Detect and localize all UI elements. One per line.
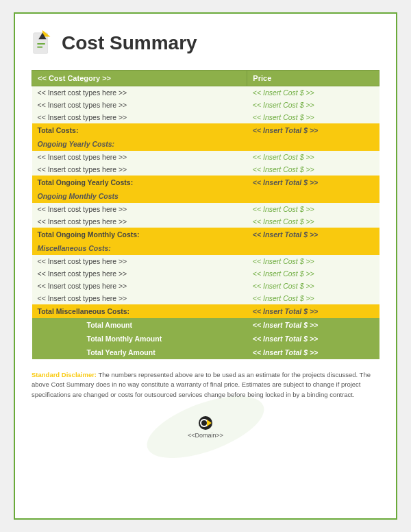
cost-price-cell: << Insert Cost $ >> xyxy=(247,99,379,111)
page-title: Cost Summary xyxy=(62,32,197,54)
grand-total-row: Total Yearly Amount<< Insert Total $ >> xyxy=(32,346,379,359)
total-price: << Insert Total $ >> xyxy=(247,176,379,189)
svg-point-7 xyxy=(201,420,207,426)
cost-price-cell: << Insert Cost $ >> xyxy=(247,111,379,123)
cost-price-cell: << Insert Cost $ >> xyxy=(247,215,379,228)
grand-total-row: Total Monthly Amount<< Insert Total $ >> xyxy=(32,332,379,346)
total-label: Total Ongoing Monthly Costs: xyxy=(32,228,247,241)
section-header-label: Ongoing Yearly Costs: xyxy=(32,137,379,151)
cost-price-cell: << Insert Cost $ >> xyxy=(247,255,379,267)
total-price: << Insert Total $ >> xyxy=(247,304,379,318)
grand-total-label: Total Yearly Amount xyxy=(32,346,247,359)
cost-type-cell: << Insert cost types here >> xyxy=(32,99,247,111)
cost-type-cell: << Insert cost types here >> xyxy=(32,267,247,280)
grand-total-label: Total Monthly Amount xyxy=(32,332,247,346)
table-row: << Insert cost types here >><< Insert Co… xyxy=(32,280,379,292)
section-header-row: Miscellaneous Costs: xyxy=(32,241,379,255)
cost-price-cell: << Insert Cost $ >> xyxy=(247,163,379,176)
grand-total-price: << Insert Total $ >> xyxy=(247,346,379,359)
total-row: Total Miscellaneous Costs:<< Insert Tota… xyxy=(32,304,379,318)
disclaimer-label: Standard Disclaimer: xyxy=(32,371,97,378)
cost-type-cell: << Insert cost types here >> xyxy=(32,86,247,99)
cost-table: << Cost Category >> Price << Insert cost… xyxy=(32,70,379,359)
footer-icon xyxy=(198,415,213,431)
grand-total-row: Total Amount<< Insert Total $ >> xyxy=(32,318,379,332)
grand-total-price: << Insert Total $ >> xyxy=(247,318,379,332)
cost-price-cell: << Insert Cost $ >> xyxy=(247,86,379,99)
cost-price-cell: << Insert Cost $ >> xyxy=(247,151,379,163)
grand-total-label: Total Amount xyxy=(32,318,247,332)
table-row: << Insert cost types here >><< Insert Co… xyxy=(32,151,379,163)
table-row: << Insert cost types here >><< Insert Co… xyxy=(32,255,379,267)
table-row: << Insert cost types here >><< Insert Co… xyxy=(32,163,379,176)
footer-area: <<Domain>> xyxy=(32,400,379,455)
footer-domain: <<Domain>> xyxy=(188,432,223,439)
footer-logo: <<Domain>> xyxy=(188,415,223,439)
total-row: Total Ongoing Monthly Costs:<< Insert To… xyxy=(32,228,379,241)
table-row: << Insert cost types here >><< Insert Co… xyxy=(32,203,379,215)
cost-type-cell: << Insert cost types here >> xyxy=(32,280,247,292)
logo-icon xyxy=(32,30,53,56)
total-label: Total Miscellaneous Costs: xyxy=(32,304,247,318)
disclaimer: Standard Disclaimer: The numbers represe… xyxy=(32,370,379,400)
cost-price-cell: << Insert Cost $ >> xyxy=(247,292,379,304)
cost-type-cell: << Insert cost types here >> xyxy=(32,203,247,215)
table-row: << Insert cost types here >><< Insert Co… xyxy=(32,267,379,280)
cost-type-cell: << Insert cost types here >> xyxy=(32,111,247,123)
svg-rect-4 xyxy=(37,47,42,48)
cost-type-cell: << Insert cost types here >> xyxy=(32,163,247,176)
total-label: Total Ongoing Yearly Costs: xyxy=(32,176,247,189)
total-price: << Insert Total $ >> xyxy=(247,123,379,137)
table-row: << Insert cost types here >><< Insert Co… xyxy=(32,99,379,111)
total-row: Total Ongoing Yearly Costs:<< Insert Tot… xyxy=(32,176,379,189)
cost-price-cell: << Insert Cost $ >> xyxy=(247,203,379,215)
grand-total-price: << Insert Total $ >> xyxy=(247,332,379,346)
cost-type-cell: << Insert cost types here >> xyxy=(32,255,247,267)
table-header-row: << Cost Category >> Price xyxy=(32,71,379,86)
cost-type-cell: << Insert cost types here >> xyxy=(32,292,247,304)
table-row: << Insert cost types here >><< Insert Co… xyxy=(32,86,379,99)
total-price: << Insert Total $ >> xyxy=(247,228,379,241)
section-header-row: Ongoing Monthly Costs xyxy=(32,189,379,203)
page-container: Cost Summary << Cost Category >> Price <… xyxy=(14,12,397,520)
section-header-label: Ongoing Monthly Costs xyxy=(32,189,379,203)
total-label: Total Costs: xyxy=(32,123,247,137)
section-header-row: Ongoing Yearly Costs: xyxy=(32,137,379,151)
table-row: << Insert cost types here >><< Insert Co… xyxy=(32,111,379,123)
cost-price-cell: << Insert Cost $ >> xyxy=(247,267,379,280)
page-header: Cost Summary xyxy=(32,30,379,56)
table-row: << Insert cost types here >><< Insert Co… xyxy=(32,215,379,228)
cost-type-cell: << Insert cost types here >> xyxy=(32,151,247,163)
total-row: Total Costs:<< Insert Total $ >> xyxy=(32,123,379,137)
section-header-label: Miscellaneous Costs: xyxy=(32,241,379,255)
col2-header: Price xyxy=(247,71,379,86)
svg-rect-3 xyxy=(37,43,45,45)
cost-type-cell: << Insert cost types here >> xyxy=(32,215,247,228)
cost-price-cell: << Insert Cost $ >> xyxy=(247,280,379,292)
col1-header: << Cost Category >> xyxy=(32,71,247,86)
table-row: << Insert cost types here >><< Insert Co… xyxy=(32,292,379,304)
